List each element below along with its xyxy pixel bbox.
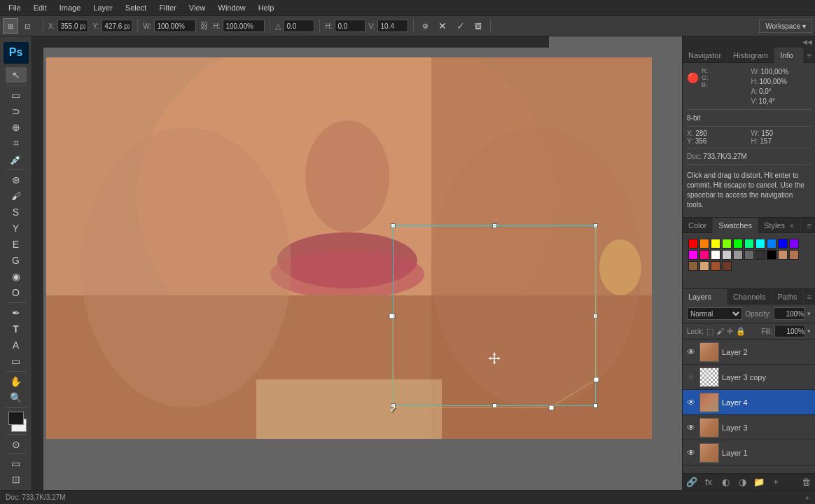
color-swatch[interactable] xyxy=(789,250,799,260)
color-swatch[interactable] xyxy=(744,250,754,260)
history-brush-tool[interactable]: Y xyxy=(6,220,27,236)
color-swatch[interactable] xyxy=(688,250,698,260)
panel-options-btn[interactable]: ≡ xyxy=(804,51,815,59)
new-layer-btn[interactable]: + xyxy=(769,476,782,489)
artboard-btn[interactable]: ⊡ xyxy=(6,472,27,487)
menu-item-image[interactable]: Image xyxy=(54,2,87,13)
quick-select-tool[interactable]: ⊕ xyxy=(6,120,27,135)
path-selection-tool[interactable]: A xyxy=(6,337,27,353)
angle-input[interactable] xyxy=(284,20,314,32)
new-adjustment-btn[interactable]: ◑ xyxy=(736,476,748,489)
menu-item-file[interactable]: File xyxy=(3,2,27,13)
lock-all-btn[interactable]: 🔒 xyxy=(736,327,746,336)
color-swatch[interactable] xyxy=(767,239,776,248)
layer3-visibility[interactable]: 👁 xyxy=(685,422,697,433)
color-swatch[interactable] xyxy=(733,239,743,248)
clone-stamp-tool[interactable]: S xyxy=(6,204,27,220)
shape-tool[interactable]: ▭ xyxy=(6,354,27,369)
menu-item-layer[interactable]: Layer xyxy=(88,2,118,13)
menu-item-edit[interactable]: Edit xyxy=(28,2,53,13)
fill-arrow[interactable]: ▾ xyxy=(807,328,811,335)
layers-panel-options[interactable]: ≡ xyxy=(804,293,815,301)
color-swatch[interactable] xyxy=(699,239,709,248)
color-swatch[interactable] xyxy=(722,239,732,248)
panel-collapse-left[interactable]: ◀◀ xyxy=(802,38,812,46)
opacity-arrow[interactable]: ▾ xyxy=(807,310,811,317)
color-panel-options[interactable]: ≡ xyxy=(804,221,815,230)
pen-tool[interactable]: ✒ xyxy=(6,305,27,321)
tab-histogram[interactable]: Histogram xyxy=(727,48,774,63)
color-swatch[interactable] xyxy=(688,239,698,248)
link-layers-btn[interactable]: 🔗 xyxy=(685,476,698,489)
screen-mode-btn[interactable]: ▭ xyxy=(6,456,27,471)
tab-navigator[interactable]: Navigator xyxy=(683,48,727,63)
brush-tool[interactable]: 🖌 xyxy=(6,188,27,204)
color-swatch[interactable] xyxy=(744,239,754,248)
tab-channels[interactable]: Channels xyxy=(727,289,772,304)
crop-tool[interactable]: ⌗ xyxy=(6,136,27,151)
layer-item-layer1[interactable]: 👁 Layer 1 xyxy=(683,440,815,465)
eraser-tool[interactable]: E xyxy=(6,237,27,252)
lasso-tool[interactable]: ⊃ xyxy=(6,104,27,119)
blur-tool[interactable]: ◉ xyxy=(6,269,27,284)
foreground-color[interactable] xyxy=(8,412,24,425)
hand-tool[interactable]: ✋ xyxy=(6,374,27,389)
tab-layers[interactable]: Layers ✕ xyxy=(683,289,727,304)
tab-swatches[interactable]: Swatches xyxy=(713,218,758,233)
delete-layer-btn[interactable]: 🗑 xyxy=(800,476,812,489)
cancel-btn[interactable]: ✕ xyxy=(435,19,450,33)
color-swatch[interactable] xyxy=(688,261,698,271)
color-swatch[interactable] xyxy=(755,250,765,260)
layer4-visibility[interactable]: 👁 xyxy=(685,397,697,408)
puppet-warp-btn[interactable]: ⚙ xyxy=(419,19,432,33)
layer-item-layer2[interactable]: 👁 Layer 2 xyxy=(683,340,815,365)
clone-source-btn[interactable]: 🖼 xyxy=(471,19,485,33)
fill-input[interactable] xyxy=(774,325,805,337)
color-swatch[interactable] xyxy=(778,250,788,260)
add-mask-btn[interactable]: ◐ xyxy=(719,476,732,489)
new-group-btn[interactable]: 📁 xyxy=(753,476,765,489)
layer-item-layer3copy[interactable]: 👁 Layer 3 copy xyxy=(683,365,815,390)
layer-item-layer3[interactable]: 👁 Layer 3 xyxy=(683,415,815,440)
h-input[interactable] xyxy=(223,20,265,32)
text-tool[interactable]: T xyxy=(6,321,27,337)
color-swatch[interactable] xyxy=(711,261,720,271)
dodge-tool[interactable]: O xyxy=(6,285,27,300)
color-swatch[interactable] xyxy=(789,239,799,248)
color-swatch[interactable] xyxy=(767,250,776,260)
maintain-aspect-icon[interactable]: ⛓ xyxy=(199,21,210,31)
commit-btn[interactable]: ✓ xyxy=(453,19,468,33)
lock-image-btn[interactable]: 🖌 xyxy=(716,327,724,335)
tab-styles-close[interactable]: ✕ xyxy=(789,223,795,230)
zoom-tool[interactable]: 🔍 xyxy=(6,390,27,405)
rectangular-marquee-tool[interactable]: ▭ xyxy=(6,87,27,102)
y-input[interactable] xyxy=(102,20,132,32)
color-swatch[interactable] xyxy=(711,250,720,260)
color-swatch[interactable] xyxy=(699,261,709,271)
opacity-input[interactable] xyxy=(774,307,804,320)
color-swatch[interactable] xyxy=(733,250,743,260)
menu-item-view[interactable]: View xyxy=(183,2,211,13)
w-input[interactable] xyxy=(154,20,196,32)
workspace-btn[interactable]: Workspace ▾ xyxy=(759,19,812,33)
move-tool[interactable]: ↖ xyxy=(6,67,27,83)
menu-item-help[interactable]: Help xyxy=(253,2,280,13)
lock-transparent-btn[interactable]: ⬚ xyxy=(706,327,713,336)
h2-input[interactable] xyxy=(335,20,365,32)
menu-item-window[interactable]: Window xyxy=(213,2,251,13)
color-swatch[interactable] xyxy=(722,261,732,271)
spot-healing-tool[interactable]: ⊛ xyxy=(6,172,27,188)
layer-item-layer4[interactable]: 👁 Layer 4 xyxy=(683,390,815,415)
tab-paths[interactable]: Paths xyxy=(772,289,803,304)
lock-position-btn[interactable]: ✛ xyxy=(727,327,733,336)
color-swatch[interactable] xyxy=(711,239,720,248)
layer2-visibility[interactable]: 👁 xyxy=(685,346,697,358)
color-swatch[interactable] xyxy=(699,250,709,260)
color-swatch[interactable] xyxy=(755,239,765,248)
x-input[interactable] xyxy=(57,20,88,32)
tab-styles[interactable]: Styles ✕ xyxy=(758,218,801,233)
tab-color[interactable]: Color xyxy=(683,218,713,233)
gradient-tool[interactable]: G xyxy=(6,253,27,268)
layer1-visibility[interactable]: 👁 xyxy=(685,447,697,458)
tab-info[interactable]: Info ✕ xyxy=(774,48,803,63)
